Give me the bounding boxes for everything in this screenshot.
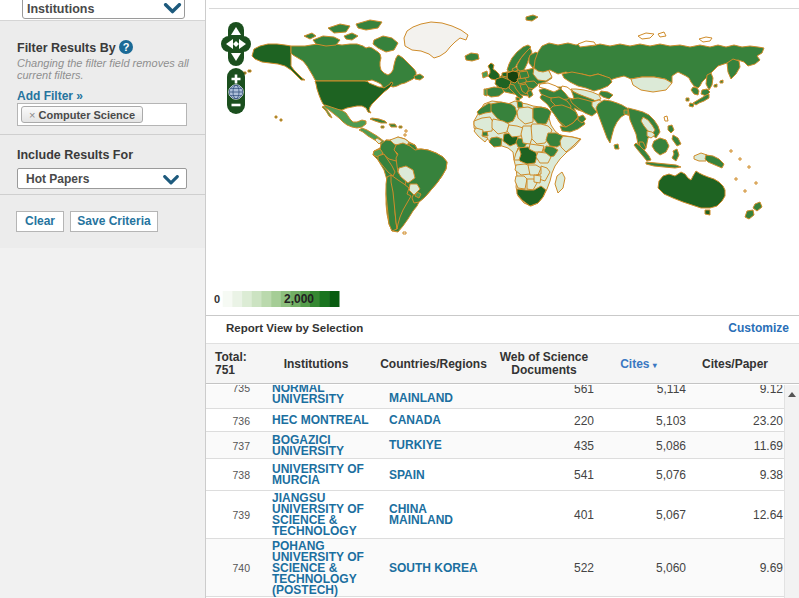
- svg-text:0: 0: [214, 293, 220, 305]
- svg-text:2,000: 2,000: [284, 292, 314, 306]
